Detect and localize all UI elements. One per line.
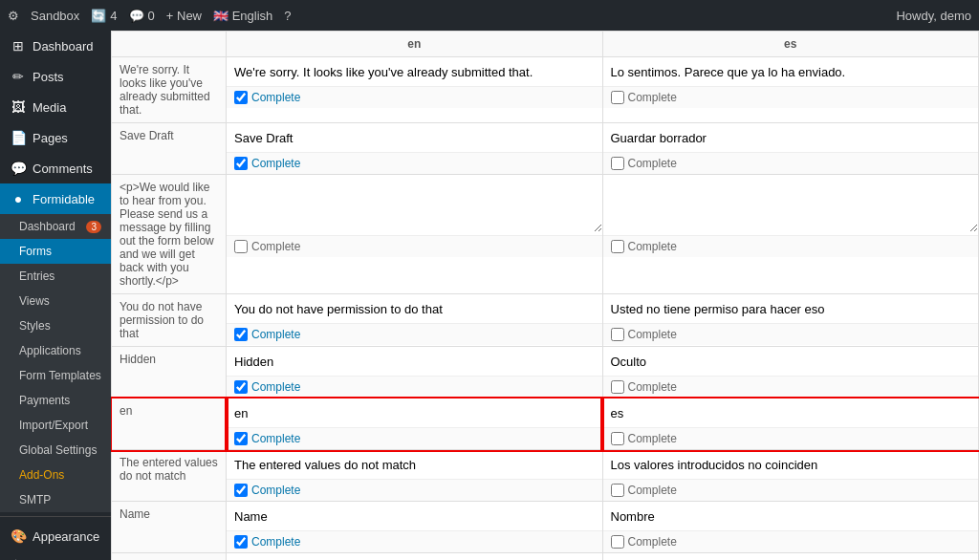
es-complete-row: Complete [603,530,979,552]
en-complete-label: Complete [251,328,300,341]
sidebar-item-fm-styles[interactable]: Styles [0,313,111,338]
sidebar-item-pages[interactable]: 📄 Pages [0,122,111,153]
sidebar-item-label: Pages [33,131,68,145]
source-label-cell: We're sorry. It looks like you've alread… [112,57,227,123]
sidebar-item-fm-forms[interactable]: Forms [0,239,111,264]
sidebar-item-fm-smtp[interactable]: SMTP [0,487,111,512]
help[interactable]: ? [284,9,291,23]
new-content[interactable]: + New [166,9,202,23]
es-column-header: es [602,32,979,57]
sidebar-item-label: Views [19,294,50,308]
en-translation-input[interactable] [227,450,602,479]
es-complete-checkbox[interactable] [611,91,624,104]
en-complete-row: Complete [227,235,602,257]
es-complete-row: Complete [603,152,979,174]
en-complete-checkbox[interactable] [234,240,248,253]
es-complete-label: Complete [628,328,677,341]
source-column-header [112,32,227,57]
en-complete-checkbox[interactable] [234,535,248,549]
en-complete-label: Complete [251,535,300,549]
es-complete-label: Complete [628,535,677,549]
updates[interactable]: 🔄 4 [91,9,117,23]
en-translation-input[interactable] [227,553,602,560]
es-complete-checkbox[interactable] [611,432,624,445]
en-complete-label: Complete [251,240,300,253]
es-complete-checkbox[interactable] [611,328,624,341]
es-complete-row: Complete [603,86,979,108]
en-translation-input[interactable] [227,347,602,376]
wp-logo-icon: ⚙ [8,9,19,23]
sidebar-item-label: Posts [33,70,64,84]
en-complete-row: Complete [227,530,602,552]
sidebar-item-fm-views[interactable]: Views [0,289,111,313]
en-complete-row: Complete [227,479,602,501]
es-translation-input[interactable] [603,502,979,530]
es-complete-checkbox[interactable] [611,240,624,253]
sidebar-item-fm-addons[interactable]: Add-Ons [0,463,111,487]
en-translation-cell: Complete [227,347,603,398]
es-complete-row: Complete [603,479,979,501]
es-complete-row: Complete [603,427,979,449]
es-translation-input[interactable] [603,57,979,86]
es-complete-checkbox[interactable] [611,380,624,394]
sidebar-item-label: Appearance [33,529,99,544]
es-translation-cell: Complete [602,57,979,123]
es-complete-checkbox[interactable] [611,157,624,170]
es-translation-input[interactable] [603,347,979,376]
en-translation-input[interactable] [227,294,602,323]
table-row: The entered values do not matchCompleteC… [112,450,979,502]
en-complete-checkbox[interactable] [234,91,248,104]
sidebar-item-label: Styles [19,319,51,333]
es-translation-input[interactable] [603,553,979,560]
en-complete-checkbox[interactable] [234,484,248,497]
sidebar-item-label: Formidable [33,192,95,206]
en-translation-input[interactable] [227,502,602,530]
es-translation-input[interactable] [603,398,979,427]
language[interactable]: 🇬🇧 English [213,9,272,23]
en-translation-input[interactable] [227,57,602,86]
en-translation-input[interactable] [227,398,602,427]
sidebar-item-plugins[interactable]: 🔌 Plugins 3 [0,551,111,560]
table-row: HiddenCompleteComplete [112,347,979,398]
sidebar-item-label: Global Settings [19,443,97,457]
en-translation-cell: Complete [227,175,603,294]
sidebar-item-dashboard[interactable]: ⊞ Dashboard [0,31,111,61]
en-complete-checkbox[interactable] [234,432,248,445]
es-translation-input[interactable] [603,450,979,479]
en-complete-row: Complete [227,86,602,108]
sidebar-item-comments[interactable]: 💬 Comments [0,153,111,183]
en-complete-row: Complete [227,427,602,449]
table-row: Save DraftCompleteComplete [112,123,979,175]
sidebar-item-fm-entries[interactable]: Entries [0,264,111,289]
sidebar-item-posts[interactable]: ✏ Posts [0,61,111,92]
sidebar-item-label: Applications [19,344,81,357]
sidebar-item-fm-form-templates[interactable]: Form Templates [0,363,111,388]
en-complete-label: Complete [251,380,300,394]
sidebar-item-media[interactable]: 🖼 Media [0,92,111,122]
source-label-cell: en [112,398,227,450]
sidebar-item-fm-global-settings[interactable]: Global Settings [0,438,111,463]
sidebar-item-fm-payments[interactable]: Payments [0,388,111,413]
admin-sidebar: ⊞ Dashboard ✏ Posts 🖼 Media 📄 Pages 💬 Co… [0,31,111,560]
es-translation-input[interactable] [603,123,979,152]
es-translation-input[interactable] [603,294,979,323]
es-translation-cell: Complete [602,347,979,398]
translation-table: en es We're sorry. It looks like you've … [111,31,979,560]
sidebar-item-fm-import-export[interactable]: Import/Export [0,413,111,438]
es-complete-checkbox[interactable] [611,535,624,549]
comments[interactable]: 💬 0 [129,9,155,23]
en-complete-checkbox[interactable] [234,380,248,394]
en-translation-textarea[interactable] [227,175,602,232]
es-complete-label: Complete [628,432,677,445]
en-translation-input[interactable] [227,123,602,152]
sidebar-item-fm-dashboard[interactable]: Dashboard 3 [0,214,111,239]
en-complete-checkbox[interactable] [234,157,248,170]
sidebar-item-formidable[interactable]: ● Formidable [0,183,111,214]
es-complete-checkbox[interactable] [611,484,624,497]
site-name[interactable]: Sandbox [31,9,79,23]
es-translation-textarea[interactable] [603,175,979,232]
sidebar-item-fm-applications[interactable]: Applications [0,338,111,363]
wp-logo[interactable]: ⚙ [8,9,19,23]
sidebar-item-appearance[interactable]: 🎨 Appearance [0,521,111,551]
en-complete-checkbox[interactable] [234,328,248,341]
